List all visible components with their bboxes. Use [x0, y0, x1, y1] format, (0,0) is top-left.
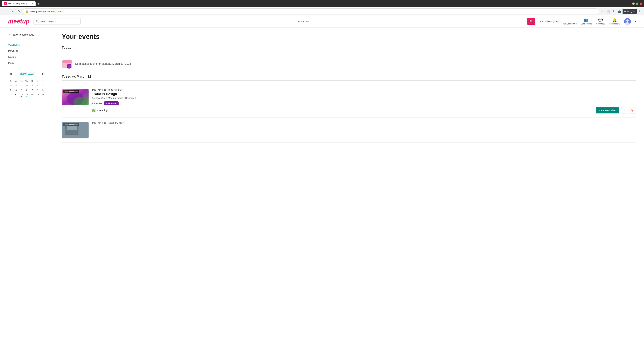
pro-dashboard-label: Pro Dashboard — [563, 23, 576, 25]
event-details-2: TUE, MAR 12 · 10:00 PM CST — [92, 122, 636, 125]
window-maximize-button[interactable] — [636, 2, 638, 5]
cal-day-8[interactable]: 8 — [35, 88, 40, 92]
sidebar-item-saved[interactable]: Saved — [8, 55, 46, 58]
cal-header-th: Th — [30, 79, 35, 83]
event-thumbnail-2[interactable]: 📹 Online Event — [62, 122, 88, 138]
cal-day-25-prev[interactable]: 25 — [8, 83, 14, 88]
event-actions-1: View event chat ↗ 🔖 — [596, 107, 636, 113]
cal-day-1[interactable]: 1 — [35, 83, 40, 88]
messages-label: Messages — [596, 23, 605, 25]
meetup-logo[interactable]: meetup — [8, 18, 30, 25]
event-group-1: Creative Circle Meetup Group • Chicago, … — [92, 97, 636, 99]
messages-link[interactable]: 💬 Messages — [596, 18, 605, 25]
refresh-button[interactable]: ↻ — [16, 9, 21, 14]
cal-day-6[interactable]: 6 — [24, 88, 30, 92]
connections-icon: 👥 — [584, 18, 588, 22]
camera-icon-2: 📹 — [64, 123, 67, 126]
cast-button[interactable]: 📺 — [616, 9, 622, 14]
search-bar[interactable]: 🔍 — [34, 18, 80, 24]
bookmark-icon: 🔖 — [631, 109, 634, 112]
bookmark-button-1[interactable]: 🔖 — [629, 107, 636, 113]
start-group-button[interactable]: Start a new group — [539, 20, 559, 23]
search-input[interactable] — [41, 20, 78, 23]
online-badge-2: 📹 Online Event — [63, 123, 79, 126]
cal-header-tu: Tu — [19, 79, 24, 83]
pro-dashboard-link[interactable]: ⊞ Pro Dashboard — [563, 18, 576, 25]
new-tab-button[interactable]: + — [36, 1, 41, 6]
address-bar[interactable]: 🔒 meetup.com/your-events/?rse=1 — [23, 8, 599, 14]
window-close-button[interactable] — [640, 2, 642, 5]
attending-status-1: ✅ Attending — [92, 109, 108, 112]
cal-day-4[interactable]: 4 — [14, 88, 19, 92]
cal-day-12[interactable]: 12 — [19, 92, 24, 98]
cal-day-15[interactable]: 15 — [35, 92, 40, 98]
calendar-prev-button[interactable]: ◀ — [8, 71, 13, 76]
back-button[interactable]: ← — [2, 9, 8, 14]
download-button[interactable]: ⬇ — [612, 9, 616, 14]
cal-day-28-prev[interactable]: 28 — [24, 83, 30, 88]
bookmark-star-button[interactable]: ☆ — [600, 9, 605, 14]
empty-state: ✓ No matches found for Monday, March 11,… — [62, 56, 636, 75]
back-to-home-link[interactable]: ← Back to home page — [8, 33, 46, 36]
cal-day-9[interactable]: 9 — [40, 88, 46, 92]
notifications-link[interactable]: 🔔 Notifications — [609, 18, 620, 25]
camera-icon: 📹 — [64, 90, 67, 93]
sidebar-item-attending[interactable]: Attending — [8, 43, 46, 46]
cal-day-7[interactable]: 7 — [30, 88, 35, 92]
cal-day-14[interactable]: 14 — [30, 92, 35, 98]
connections-link[interactable]: 👥 Connections — [580, 18, 592, 25]
sidebar: ← Back to home page Attending Hosting Sa… — [0, 27, 54, 148]
cal-day-11-today[interactable]: 11 — [14, 92, 19, 98]
search-button[interactable]: 🔍 — [527, 18, 535, 25]
cal-day-13[interactable]: 13 — [24, 92, 30, 98]
cal-day-2[interactable]: 2 — [40, 83, 46, 88]
notifications-label: Notifications — [609, 23, 620, 25]
calendar-next-button[interactable]: ▶ — [40, 71, 46, 76]
extensions-button[interactable]: ⬜ — [606, 9, 611, 14]
online-badge-1: 📹 Online Event — [63, 90, 79, 93]
event-name-1[interactable]: Trainers Design — [92, 92, 636, 96]
today-section-label: Today — [62, 46, 636, 50]
event-date-2: TUE, MAR 12 · 10:00 PM CST — [92, 122, 636, 124]
window-minimize-button[interactable] — [632, 2, 634, 5]
avatar-chevron-icon[interactable]: ▾ — [635, 20, 636, 23]
page-title: Your events — [62, 33, 636, 40]
share-icon: ↗ — [623, 109, 625, 112]
cal-day-16[interactable]: 16 — [40, 92, 46, 98]
sidebar-item-hosting[interactable]: Hosting — [8, 49, 46, 52]
sidebar-item-past[interactable]: Past — [8, 61, 46, 64]
share-button-1[interactable]: ↗ — [621, 107, 627, 113]
event-host-badge-1: Event host — [104, 101, 118, 105]
calendar-header: ◀ March 2024 ▶ — [8, 71, 46, 76]
menu-button[interactable]: ⋮ — [637, 9, 642, 14]
active-tab[interactable]: m Your Events | Meetup ✕ — [2, 1, 36, 6]
cal-day-26-prev[interactable]: 26 — [14, 83, 19, 88]
cal-day-10[interactable]: 10 — [8, 92, 14, 98]
today-section: Today ✓ No matches found for Monday, Mar… — [62, 46, 636, 75]
event-thumbnail-1[interactable]: 📹 Online Event — [62, 89, 88, 105]
forward-button[interactable]: → — [9, 9, 15, 14]
connections-label: Connections — [580, 23, 592, 25]
view-event-chat-button-1[interactable]: View event chat — [596, 107, 619, 113]
url-input[interactable]: meetup.com/your-events/?rse=1 — [30, 10, 596, 13]
attendee-count-1: 1 attendee — [92, 102, 102, 105]
svg-rect-4 — [62, 60, 72, 63]
cal-day-29-prev[interactable]: 29 — [30, 83, 35, 88]
cal-header-fr: Fr — [35, 79, 40, 83]
location-text: Dover, DE — [84, 20, 523, 23]
avatar[interactable] — [624, 18, 631, 25]
calendar-month-year: March 2024 — [20, 72, 34, 75]
close-tab-button[interactable]: ✕ — [32, 2, 34, 5]
messages-icon: 💬 — [598, 18, 603, 22]
event-details-1: TUE, MAR 12 · 8:00 PM CST Trainers Desig… — [92, 89, 636, 113]
event-card-1: 📹 Online Event — [62, 85, 636, 118]
tab-favicon: m — [4, 2, 7, 5]
event-date-1: TUE, MAR 12 · 8:00 PM CST — [92, 89, 636, 91]
cal-day-5[interactable]: 5 — [19, 88, 24, 92]
event-card-2: 📹 Online Event TUE, MAR 12 · 10:00 PM CS… — [62, 118, 636, 143]
cal-header-su: Su — [8, 79, 14, 83]
cal-day-27-prev[interactable]: 27 — [19, 83, 24, 88]
cal-day-3[interactable]: 3 — [8, 88, 14, 92]
cal-header-sa: Sa — [40, 79, 46, 83]
back-arrow-icon: ← — [8, 33, 11, 36]
